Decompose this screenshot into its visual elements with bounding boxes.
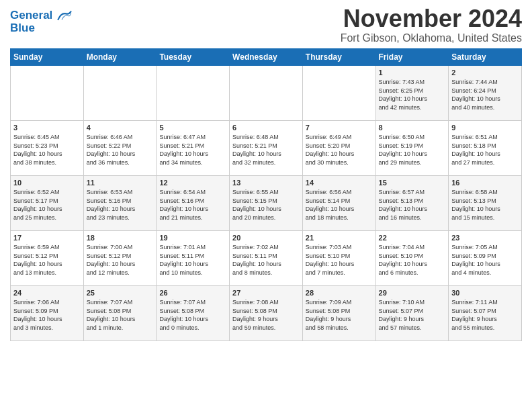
day-detail: Sunrise: 7:10 AM Sunset: 5:07 PM Dayligh… xyxy=(379,298,446,332)
day-number: 7 xyxy=(306,124,373,132)
calendar-cell: 17Sunrise: 6:59 AM Sunset: 5:12 PM Dayli… xyxy=(11,231,84,286)
day-detail: Sunrise: 7:05 AM Sunset: 5:09 PM Dayligh… xyxy=(451,243,519,277)
header: General Blue November 2024 Fort Gibson, … xyxy=(10,7,522,44)
day-number: 13 xyxy=(232,179,300,187)
logo-wing-icon xyxy=(57,11,72,21)
day-detail: Sunrise: 6:47 AM Sunset: 5:21 PM Dayligh… xyxy=(159,133,226,167)
day-number: 4 xyxy=(87,124,154,132)
title-block: November 2024 Fort Gibson, Oklahoma, Uni… xyxy=(341,7,522,44)
week-row-5: 24Sunrise: 7:06 AM Sunset: 5:09 PM Dayli… xyxy=(11,286,522,341)
day-number: 27 xyxy=(232,289,300,297)
calendar-cell: 9Sunrise: 6:51 AM Sunset: 5:18 PM Daylig… xyxy=(449,121,522,176)
calendar-cell: 15Sunrise: 6:57 AM Sunset: 5:13 PM Dayli… xyxy=(375,176,449,231)
day-number: 17 xyxy=(13,234,81,242)
day-detail: Sunrise: 6:49 AM Sunset: 5:20 PM Dayligh… xyxy=(306,133,373,167)
day-detail: Sunrise: 7:07 AM Sunset: 5:08 PM Dayligh… xyxy=(87,298,154,332)
calendar-cell: 18Sunrise: 7:00 AM Sunset: 5:12 PM Dayli… xyxy=(83,231,157,286)
weekday-header-monday: Monday xyxy=(83,49,157,66)
calendar-cell: 4Sunrise: 6:46 AM Sunset: 5:22 PM Daylig… xyxy=(83,121,157,176)
week-row-3: 10Sunrise: 6:52 AM Sunset: 5:17 PM Dayli… xyxy=(11,176,522,231)
day-detail: Sunrise: 6:57 AM Sunset: 5:13 PM Dayligh… xyxy=(379,188,446,222)
calendar-cell: 3Sunrise: 6:45 AM Sunset: 5:23 PM Daylig… xyxy=(11,121,84,176)
calendar-cell: 22Sunrise: 7:04 AM Sunset: 5:10 PM Dayli… xyxy=(375,231,449,286)
weekday-header-tuesday: Tuesday xyxy=(157,49,230,66)
day-number: 12 xyxy=(159,179,226,187)
calendar-cell: 10Sunrise: 6:52 AM Sunset: 5:17 PM Dayli… xyxy=(11,176,84,231)
day-detail: Sunrise: 6:54 AM Sunset: 5:16 PM Dayligh… xyxy=(159,188,226,222)
day-number: 30 xyxy=(451,289,519,297)
week-row-4: 17Sunrise: 6:59 AM Sunset: 5:12 PM Dayli… xyxy=(11,231,522,286)
day-number: 16 xyxy=(451,179,519,187)
calendar-cell xyxy=(11,66,84,121)
calendar-cell: 21Sunrise: 7:03 AM Sunset: 5:10 PM Dayli… xyxy=(302,231,375,286)
day-detail: Sunrise: 6:50 AM Sunset: 5:19 PM Dayligh… xyxy=(379,133,446,167)
calendar-cell: 24Sunrise: 7:06 AM Sunset: 5:09 PM Dayli… xyxy=(11,286,84,341)
day-detail: Sunrise: 7:01 AM Sunset: 5:11 PM Dayligh… xyxy=(159,243,226,277)
weekday-header-friday: Friday xyxy=(375,49,449,66)
day-detail: Sunrise: 6:46 AM Sunset: 5:22 PM Dayligh… xyxy=(87,133,154,167)
calendar-cell: 16Sunrise: 6:58 AM Sunset: 5:13 PM Dayli… xyxy=(449,176,522,231)
week-row-2: 3Sunrise: 6:45 AM Sunset: 5:23 PM Daylig… xyxy=(11,121,522,176)
day-number: 23 xyxy=(451,234,519,242)
day-detail: Sunrise: 7:11 AM Sunset: 5:07 PM Dayligh… xyxy=(451,298,519,332)
logo-blue-text: Blue xyxy=(10,22,72,35)
week-row-1: 1Sunrise: 7:43 AM Sunset: 6:25 PM Daylig… xyxy=(11,66,522,121)
calendar-cell: 14Sunrise: 6:56 AM Sunset: 5:14 PM Dayli… xyxy=(302,176,375,231)
day-detail: Sunrise: 7:02 AM Sunset: 5:11 PM Dayligh… xyxy=(232,243,300,277)
calendar-cell: 28Sunrise: 7:09 AM Sunset: 5:08 PM Dayli… xyxy=(302,286,375,341)
day-detail: Sunrise: 7:43 AM Sunset: 6:25 PM Dayligh… xyxy=(379,78,446,111)
weekday-header-wednesday: Wednesday xyxy=(230,49,303,66)
day-number: 5 xyxy=(159,124,226,132)
day-number: 26 xyxy=(159,289,226,297)
page-container: General Blue November 2024 Fort Gibson, … xyxy=(0,0,532,345)
day-number: 21 xyxy=(306,234,373,242)
day-number: 24 xyxy=(13,289,81,297)
logo: General Blue xyxy=(10,9,72,34)
calendar-cell: 29Sunrise: 7:10 AM Sunset: 5:07 PM Dayli… xyxy=(375,286,449,341)
day-number: 6 xyxy=(232,124,300,132)
weekday-header-saturday: Saturday xyxy=(449,49,522,66)
day-detail: Sunrise: 7:44 AM Sunset: 6:24 PM Dayligh… xyxy=(451,78,519,111)
day-detail: Sunrise: 6:55 AM Sunset: 5:15 PM Dayligh… xyxy=(232,188,300,222)
day-number: 25 xyxy=(87,289,154,297)
day-number: 3 xyxy=(13,124,81,132)
day-detail: Sunrise: 7:08 AM Sunset: 5:08 PM Dayligh… xyxy=(232,298,300,332)
calendar-cell: 7Sunrise: 6:49 AM Sunset: 5:20 PM Daylig… xyxy=(302,121,375,176)
calendar-cell: 8Sunrise: 6:50 AM Sunset: 5:19 PM Daylig… xyxy=(375,121,449,176)
weekday-header-row: SundayMondayTuesdayWednesdayThursdayFrid… xyxy=(11,49,522,66)
calendar-cell: 11Sunrise: 6:53 AM Sunset: 5:16 PM Dayli… xyxy=(83,176,157,231)
day-detail: Sunrise: 6:52 AM Sunset: 5:17 PM Dayligh… xyxy=(13,188,81,222)
calendar-cell: 23Sunrise: 7:05 AM Sunset: 5:09 PM Dayli… xyxy=(449,231,522,286)
location: Fort Gibson, Oklahoma, United States xyxy=(341,32,522,44)
calendar-table: SundayMondayTuesdayWednesdayThursdayFrid… xyxy=(10,48,522,341)
day-detail: Sunrise: 6:53 AM Sunset: 5:16 PM Dayligh… xyxy=(87,188,154,222)
calendar-cell: 20Sunrise: 7:02 AM Sunset: 5:11 PM Dayli… xyxy=(230,231,303,286)
calendar-cell: 25Sunrise: 7:07 AM Sunset: 5:08 PM Dayli… xyxy=(83,286,157,341)
calendar-cell xyxy=(83,66,157,121)
day-number: 14 xyxy=(306,179,373,187)
day-number: 2 xyxy=(451,68,519,77)
day-number: 28 xyxy=(306,289,373,297)
day-detail: Sunrise: 6:45 AM Sunset: 5:23 PM Dayligh… xyxy=(13,133,81,167)
day-number: 1 xyxy=(379,68,446,77)
day-number: 20 xyxy=(232,234,300,242)
weekday-header-thursday: Thursday xyxy=(302,49,375,66)
day-detail: Sunrise: 7:09 AM Sunset: 5:08 PM Dayligh… xyxy=(306,298,373,332)
day-detail: Sunrise: 7:00 AM Sunset: 5:12 PM Dayligh… xyxy=(87,243,154,277)
calendar-cell xyxy=(157,66,230,121)
day-number: 29 xyxy=(379,289,446,297)
month-title: November 2024 xyxy=(341,7,522,31)
day-detail: Sunrise: 6:59 AM Sunset: 5:12 PM Dayligh… xyxy=(13,243,81,277)
day-detail: Sunrise: 7:03 AM Sunset: 5:10 PM Dayligh… xyxy=(306,243,373,277)
logo-text: General xyxy=(10,9,72,22)
calendar-cell: 12Sunrise: 6:54 AM Sunset: 5:16 PM Dayli… xyxy=(157,176,230,231)
calendar-cell: 6Sunrise: 6:48 AM Sunset: 5:21 PM Daylig… xyxy=(230,121,303,176)
day-number: 8 xyxy=(379,124,446,132)
weekday-header-sunday: Sunday xyxy=(11,49,84,66)
day-detail: Sunrise: 7:04 AM Sunset: 5:10 PM Dayligh… xyxy=(379,243,446,277)
calendar-cell: 30Sunrise: 7:11 AM Sunset: 5:07 PM Dayli… xyxy=(449,286,522,341)
day-detail: Sunrise: 6:58 AM Sunset: 5:13 PM Dayligh… xyxy=(451,188,519,222)
day-number: 22 xyxy=(379,234,446,242)
day-number: 9 xyxy=(451,124,519,132)
day-detail: Sunrise: 6:56 AM Sunset: 5:14 PM Dayligh… xyxy=(306,188,373,222)
